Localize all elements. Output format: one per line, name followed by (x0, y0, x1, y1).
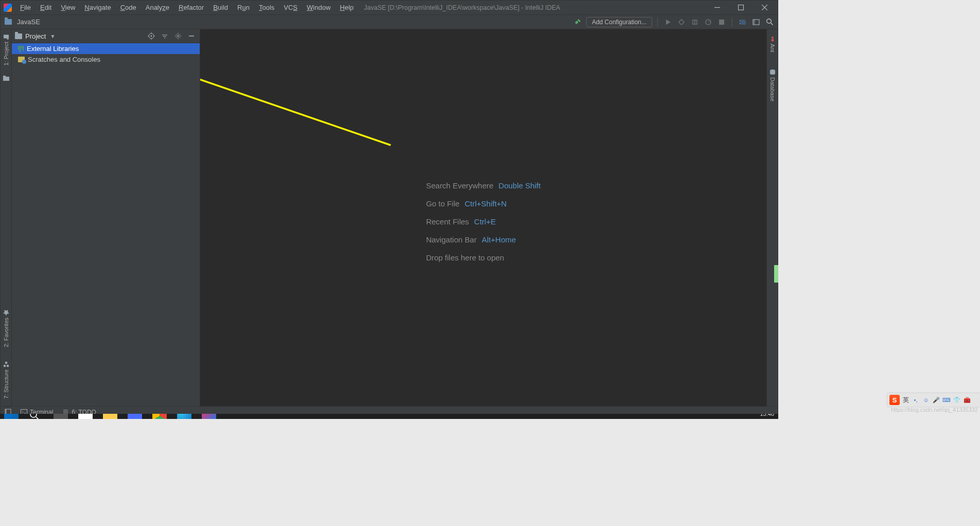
menu-vcs[interactable]: VCSVCS (279, 3, 302, 12)
ime-language-label[interactable]: 英 (903, 396, 909, 405)
svg-rect-12 (4, 365, 6, 367)
taskbar-app-icon[interactable] (128, 414, 142, 419)
locate-icon[interactable] (146, 31, 156, 41)
windows-taskbar[interactable]: 13:48 (0, 414, 778, 419)
menu-run[interactable]: RunRun (233, 3, 254, 12)
run-icon[interactable] (663, 17, 673, 27)
title-path: JavaSE [D:\Program\IntelliJ_IDEA\workspa… (364, 4, 560, 11)
taskbar-edge-icon[interactable] (177, 414, 191, 419)
tree-item-scratches[interactable]: Scratches and Consoles (12, 54, 200, 65)
menu-analyze[interactable]: AnalyzeAnalyze (142, 3, 173, 12)
navigation-toolbar: JavaSE Add Configuration... (1, 15, 778, 29)
structure-icon (3, 361, 9, 367)
hint-recent-files: Recent Files Ctrl+E (426, 217, 541, 226)
taskbar-taskview-icon[interactable] (54, 414, 68, 419)
sogou-ime-icon[interactable]: S (889, 395, 900, 405)
menu-view[interactable]: ViewView (57, 3, 79, 12)
project-tree[interactable]: External Libraries Scratches and Console… (12, 43, 200, 406)
svg-point-24 (30, 414, 37, 417)
right-tool-window-bar: Ant Database (766, 29, 778, 406)
build-hammer-icon[interactable] (573, 17, 583, 27)
svg-point-19 (771, 39, 774, 42)
library-icon (18, 46, 24, 52)
gear-icon[interactable] (173, 31, 183, 41)
menu-bar: FFileile EditEdit ViewView NavigateNavig… (1, 1, 778, 15)
svg-point-16 (177, 35, 179, 37)
svg-rect-13 (5, 362, 7, 364)
stop-icon[interactable] (716, 17, 727, 27)
debug-icon[interactable] (676, 17, 687, 27)
tree-item-external-libraries[interactable]: External Libraries (12, 43, 200, 54)
chevron-down-icon[interactable]: ▼ (50, 33, 55, 39)
hint-drop-files: Drop files here to open (426, 253, 541, 262)
toolbar-separator (732, 17, 732, 27)
svg-rect-0 (738, 5, 743, 10)
ime-keyboard-icon[interactable]: ⌨ (943, 396, 950, 404)
project-tool-window: Project ▼ External Libraries Scratches a… (12, 29, 200, 406)
window-maximize-button[interactable] (729, 1, 752, 15)
left-tab-structure[interactable]: 7: Structure (2, 358, 10, 402)
taskbar-intellij-icon[interactable] (202, 414, 216, 419)
svg-rect-7 (4, 34, 9, 38)
menu-help[interactable]: HelpHelp (336, 3, 358, 12)
menu-navigate[interactable]: NavigateNavigate (80, 3, 115, 12)
menu-edit[interactable]: EditEdit (36, 3, 56, 12)
profiler-icon[interactable] (703, 17, 713, 27)
editor-empty-area[interactable]: Search Everywhere Double Shift Go to Fil… (200, 29, 766, 406)
ime-punct-icon[interactable]: •, (912, 396, 919, 404)
hint-shortcut: Double Shift (499, 181, 541, 190)
breadcrumb-project[interactable]: JavaSE (17, 18, 40, 26)
left-tab-favorites[interactable]: 2: Favorites (2, 306, 10, 350)
svg-point-15 (151, 36, 152, 37)
left-folder-icon[interactable] (3, 75, 10, 82)
taskbar-search-icon[interactable] (29, 414, 43, 419)
collapse-all-icon[interactable] (160, 31, 170, 41)
watermark-text: https://blog.csdn.net/qq_41335332 (891, 407, 978, 524)
main-area: 1: Project 2: Favorites 7: Structure (1, 29, 778, 406)
taskbar-clock[interactable]: 13:48 (760, 414, 774, 417)
menu-window[interactable]: WindowWindow (303, 3, 335, 12)
project-folder-icon (5, 19, 12, 25)
hint-label: Go to File (426, 199, 460, 208)
svg-rect-10 (3, 76, 6, 77)
ime-toolbar[interactable]: S 英 •, ☺ 🎤 ⌨ 👕 🧰 (887, 393, 980, 407)
svg-point-18 (772, 37, 774, 39)
add-configuration-button[interactable]: Add Configuration... (586, 17, 652, 27)
menu-build[interactable]: BuildBuild (209, 3, 232, 12)
svg-point-6 (766, 19, 771, 24)
left-tab-project[interactable]: 1: Project (2, 30, 10, 68)
svg-line-17 (200, 51, 391, 145)
ime-skin-icon[interactable]: 👕 (953, 396, 960, 404)
project-panel-header: Project ▼ (12, 29, 200, 43)
coverage-icon[interactable] (690, 17, 700, 27)
start-button-icon[interactable] (4, 414, 19, 419)
hint-label: Search Everywhere (426, 181, 494, 190)
taskbar-app-icon[interactable] (78, 414, 93, 419)
hint-nav-bar: Navigation Bar Alt+Home (426, 235, 541, 244)
search-everywhere-icon[interactable] (764, 17, 775, 27)
vcs-update-icon[interactable] (738, 17, 748, 27)
hide-panel-icon[interactable] (186, 31, 197, 41)
hint-label: Navigation Bar (426, 235, 477, 244)
menu-code[interactable]: CodeCode (116, 3, 141, 12)
ime-toolbox-icon[interactable]: 🧰 (964, 396, 971, 404)
intellij-logo-icon (4, 4, 12, 12)
menu-tools[interactable]: ToolsTools (255, 3, 278, 12)
hint-search-everywhere: Search Everywhere Double Shift (426, 181, 541, 190)
right-tab-ant[interactable]: Ant (768, 32, 777, 56)
right-tab-database[interactable]: Database (768, 66, 777, 104)
menu-file[interactable]: FFileile (16, 3, 35, 12)
tree-item-label: External Libraries (27, 45, 79, 52)
project-panel-title[interactable]: Project (25, 32, 46, 40)
taskbar-chrome-icon[interactable] (152, 414, 167, 419)
ime-voice-icon[interactable]: 🎤 (933, 396, 940, 404)
window-close-button[interactable] (753, 1, 776, 15)
taskbar-explorer-icon[interactable] (103, 414, 117, 419)
hint-label: Recent Files (426, 217, 469, 226)
svg-rect-5 (753, 20, 755, 25)
left-tool-window-bar: 1: Project 2: Favorites 7: Structure (1, 29, 12, 406)
ide-settings-icon[interactable] (751, 17, 761, 27)
menu-refactor[interactable]: RefactorRefactor (174, 3, 208, 12)
window-minimize-button[interactable] (706, 1, 728, 15)
ime-emoji-icon[interactable]: ☺ (922, 396, 930, 404)
